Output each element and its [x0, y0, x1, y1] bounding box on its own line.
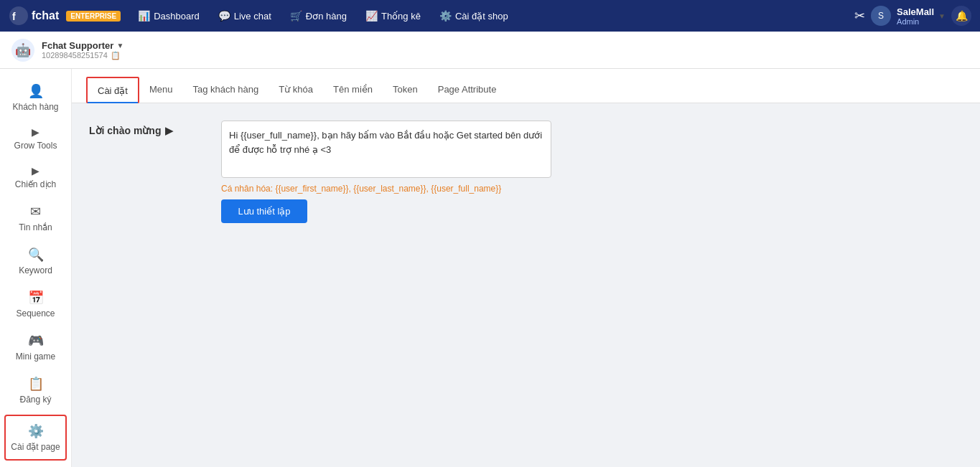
- sidebar-item-tin-nhan-label: Tin nhắn: [19, 222, 52, 232]
- nav-stats-label: Thống kê: [381, 11, 421, 22]
- copy-id-icon[interactable]: 📋: [111, 51, 121, 60]
- shop-settings-icon: ⚙️: [439, 10, 452, 22]
- keyword-icon: 🔍: [28, 247, 44, 263]
- cai-dat-page-icon: ⚙️: [28, 423, 44, 439]
- sidebar-item-chien-dich-label: Chiến dịch: [15, 179, 56, 189]
- sidebar-item-khach-hang[interactable]: 👤 Khách hàng: [0, 76, 71, 119]
- page-info: Fchat Supporter ▼ 102898458251574 📋: [42, 40, 123, 60]
- sidebar-item-sequence-label: Sequence: [16, 308, 55, 319]
- username: SaleMall: [897, 6, 934, 17]
- main-layout: 👤 Khách hàng ▶ Grow Tools ▶ Chiến dịch ✉…: [0, 69, 980, 467]
- tabs-bar: Cài đặt Menu Tag khách hàng Từ khóa Tên …: [72, 69, 980, 103]
- page-dropdown-arrow[interactable]: ▼: [116, 42, 123, 49]
- dang-ky-icon: 📋: [28, 376, 44, 392]
- personalize-vars-colored: {{user_first_name}}, {{user_last_name}},…: [275, 184, 501, 194]
- grow-tools-icon: ▶: [32, 126, 39, 138]
- scissors-icon: ✂: [854, 8, 865, 24]
- save-button[interactable]: Lưu thiết lập: [221, 199, 307, 223]
- section-title-text: Lời chào mừng: [89, 125, 161, 136]
- logo-icon: f: [9, 6, 29, 26]
- tab-tag-khach-hang[interactable]: Tag khách hàng: [183, 75, 269, 103]
- sidebar: 👤 Khách hàng ▶ Grow Tools ▶ Chiến dịch ✉…: [0, 69, 72, 467]
- khach-hang-icon: 👤: [28, 83, 44, 99]
- sidebar-item-sequence[interactable]: 📅 Sequence: [0, 283, 71, 326]
- sidebar-item-dang-ky[interactable]: 📋 Đăng ký: [0, 369, 71, 412]
- nav-livechat-label: Live chat: [234, 11, 271, 22]
- user-avatar: S: [871, 6, 891, 26]
- section-title: Lời chào mừng ▶: [89, 125, 204, 136]
- tab-page-attribute[interactable]: Page Attribute: [428, 75, 507, 103]
- tin-nhan-icon: ✉: [30, 204, 41, 220]
- greeting-section: Lời chào mừng ▶ Hi {{user_full_name}}, b…: [89, 121, 963, 223]
- bell-button[interactable]: 🔔: [951, 6, 971, 26]
- svg-text:f: f: [12, 11, 16, 22]
- play-icon: ▶: [165, 125, 173, 136]
- user-role: Admin: [897, 17, 934, 26]
- livechat-icon: 💬: [218, 10, 230, 22]
- top-navigation: f fchat ENTERPRISE 📊 Dashboard 💬 Live ch…: [0, 0, 980, 32]
- sidebar-item-khach-hang-label: Khách hàng: [12, 102, 58, 112]
- orders-icon: 🛒: [290, 10, 302, 22]
- brand-logo[interactable]: f fchat: [9, 6, 59, 26]
- notification-area[interactable]: ✂: [854, 8, 865, 24]
- tab-cai-dat[interactable]: Cài đặt: [86, 77, 139, 103]
- topnav-right-section: ✂ S SaleMall Admin ▼ 🔔: [854, 6, 971, 26]
- personalize-label: Cá nhân hóa:: [221, 184, 273, 194]
- mini-game-icon: 🎮: [28, 333, 44, 349]
- page-avatar: 🤖: [11, 39, 34, 62]
- sidebar-item-mini-game-label: Mini game: [16, 352, 55, 362]
- enterprise-badge: ENTERPRISE: [66, 11, 121, 22]
- sidebar-item-tin-nhan[interactable]: ✉ Tin nhắn: [0, 197, 71, 240]
- greeting-label: Lời chào mừng ▶: [89, 121, 204, 136]
- nav-dashboard[interactable]: 📊 Dashboard: [131, 0, 207, 32]
- page-id: 102898458251574 📋: [42, 51, 123, 60]
- logo-text: fchat: [32, 9, 59, 22]
- chien-dich-icon: ▶: [32, 165, 39, 176]
- main-content: Cài đặt Menu Tag khách hàng Từ khóa Tên …: [72, 69, 980, 467]
- personalize-hint: Cá nhân hóa: {{user_first_name}}, {{user…: [221, 184, 551, 194]
- nav-dashboard-label: Dashboard: [154, 11, 200, 22]
- tab-ten-mien[interactable]: Tên miền: [323, 75, 383, 103]
- greeting-textarea[interactable]: Hi {{user_full_name}}, bạn hãy bấm vào B…: [221, 121, 551, 178]
- sidebar-item-grow-tools-label: Grow Tools: [14, 141, 57, 151]
- greeting-controls: Hi {{user_full_name}}, bạn hãy bấm vào B…: [221, 121, 551, 223]
- sidebar-item-keyword-label: Keyword: [19, 265, 52, 275]
- sidebar-item-grow-tools[interactable]: ▶ Grow Tools: [0, 119, 71, 158]
- subheader: 🤖 Fchat Supporter ▼ 102898458251574 📋: [0, 32, 980, 69]
- nav-livechat[interactable]: 💬 Live chat: [211, 0, 279, 32]
- nav-stats[interactable]: 📈 Thống kê: [358, 0, 428, 32]
- sidebar-item-dang-ky-label: Đăng ký: [19, 395, 51, 405]
- page-name: Fchat Supporter ▼: [42, 40, 123, 51]
- sidebar-item-chien-dich[interactable]: ▶ Chiến dịch: [0, 158, 71, 197]
- nav-orders[interactable]: 🛒 Đơn hàng: [283, 0, 354, 32]
- tab-tu-khoa[interactable]: Từ khóa: [269, 75, 323, 103]
- user-dropdown-arrow: ▼: [938, 12, 946, 20]
- nav-settings-shop-label: Cài đặt shop: [455, 11, 508, 22]
- tab-token[interactable]: Token: [383, 75, 428, 103]
- sidebar-item-mini-game[interactable]: 🎮 Mini game: [0, 326, 71, 369]
- content-area: Lời chào mừng ▶ Hi {{user_full_name}}, b…: [72, 103, 980, 240]
- dashboard-icon: 📊: [138, 10, 150, 22]
- user-menu[interactable]: SaleMall Admin ▼: [897, 6, 946, 26]
- tab-menu[interactable]: Menu: [139, 75, 183, 103]
- nav-settings-shop[interactable]: ⚙️ Cài đặt shop: [432, 0, 515, 32]
- nav-orders-label: Đơn hàng: [306, 11, 347, 22]
- sidebar-item-cai-dat-page[interactable]: ⚙️ Cài đặt page: [4, 415, 67, 461]
- sidebar-item-keyword[interactable]: 🔍 Keyword: [0, 240, 71, 283]
- sidebar-item-cai-dat-page-label: Cài đặt page: [11, 442, 60, 452]
- sequence-icon: 📅: [28, 290, 44, 306]
- stats-icon: 📈: [365, 10, 378, 22]
